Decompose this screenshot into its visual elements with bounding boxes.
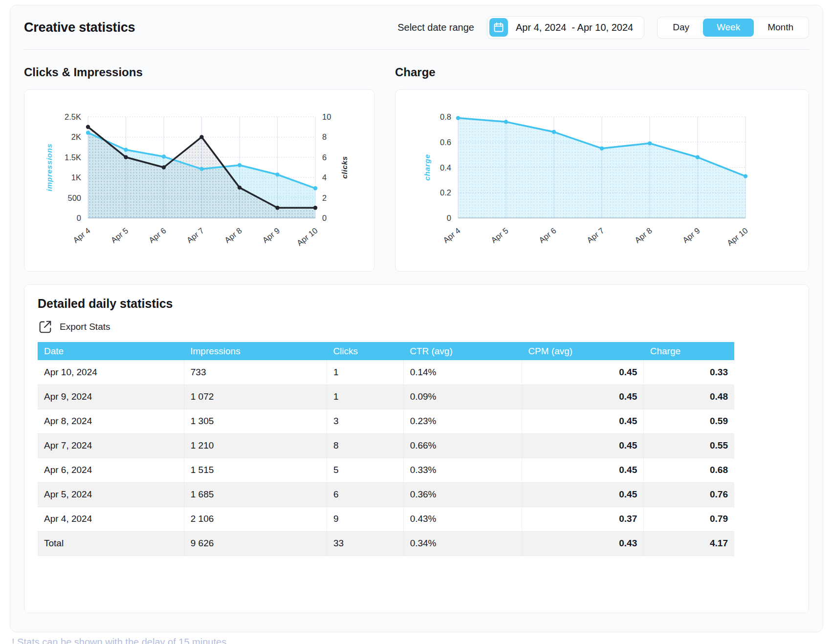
cell-ctr: 0.43% [403,507,522,531]
svg-text:Apr 7: Apr 7 [185,226,205,244]
cell-clicks: 3 [327,409,403,433]
svg-text:Apr 9: Apr 9 [681,226,702,244]
svg-text:Apr 5: Apr 5 [109,226,130,244]
charge-title: Charge [395,65,809,79]
cell-cpm: 0.45 [522,433,643,458]
svg-text:Apr 10: Apr 10 [725,226,749,247]
cell-impressions: 733 [184,360,327,385]
svg-text:0.4: 0.4 [440,163,451,172]
calendar-icon [493,21,505,33]
cell-charge: 0.76 [644,482,734,507]
granularity-toggle: Day Week Month [657,17,809,39]
export-icon [38,320,52,334]
cell-charge: 0.59 [644,409,734,433]
svg-text:charge: charge [423,154,431,180]
export-stats-button[interactable]: Export Stats [38,320,110,334]
cell-impressions: 1 210 [184,433,327,458]
stats-table-body: Apr 10, 202473310.14%0.450.33Apr 9, 2024… [38,360,734,556]
svg-text:impressions: impressions [45,144,53,192]
table-row: Apr 10, 202473310.14%0.450.33 [38,360,734,385]
cell-date: Apr 5, 2024 [38,482,184,507]
svg-text:Apr 7: Apr 7 [585,226,606,244]
cell-impressions: 1 515 [184,458,327,482]
cell-clicks: 1 [327,360,403,385]
svg-text:2: 2 [322,193,327,202]
cell-impressions: 2 106 [184,507,327,531]
cell-impressions: 9 626 [184,531,327,556]
cell-charge: 0.79 [644,507,734,531]
stats-delay-footnote: ! Stats can be shown with the delay of 1… [12,637,226,644]
svg-text:10: 10 [322,112,331,121]
cell-charge: 0.55 [644,433,734,458]
cell-date: Apr 4, 2024 [38,507,184,531]
cell-charge: 0.48 [644,385,734,409]
cell-charge: 0.33 [644,360,734,385]
svg-text:0.2: 0.2 [440,188,451,197]
page-title: Creative statistics [24,20,135,35]
date-range-picker[interactable]: Apr 4, 2024 - Apr 10, 2024 [487,16,644,39]
cell-cpm: 0.45 [522,360,643,385]
cell-ctr: 0.36% [403,482,522,507]
export-stats-label: Export Stats [60,322,110,332]
cell-ctr: 0.09% [403,385,522,409]
charts-row: Clicks & Impressions 2.5K2K1.5K1K5000108… [24,50,809,272]
cell-cpm: 0.37 [522,507,643,531]
svg-text:0: 0 [322,214,327,222]
cell-clicks: 5 [327,458,403,482]
charge-chart: 0.80.60.40.20Apr 4Apr 5Apr 6Apr 7Apr 8Ap… [395,90,809,271]
cell-impressions: 1 685 [184,482,327,507]
column-header-charge: Charge [644,342,734,360]
cell-cpm: 0.45 [522,458,643,482]
table-row: Apr 9, 20241 07210.09%0.450.48 [38,385,734,409]
svg-text:Apr 4: Apr 4 [441,226,462,244]
svg-text:4: 4 [322,173,327,182]
table-row: Apr 8, 20241 30530.23%0.450.59 [38,409,734,433]
detailed-statistics-card: Detailed daily statistics Export Stats [24,284,809,613]
range-tab-month[interactable]: Month [754,19,807,37]
cell-cpm: 0.45 [522,409,643,433]
dashboard-page: Creative statistics Select date range [0,0,834,644]
cell-ctr: 0.23% [403,409,522,433]
svg-text:1.5K: 1.5K [65,153,81,162]
svg-text:Apr 9: Apr 9 [261,226,281,244]
cell-ctr: 0.33% [403,458,522,482]
cell-date: Apr 6, 2024 [38,458,184,482]
charge-card: 0.80.60.40.20Apr 4Apr 5Apr 6Apr 7Apr 8Ap… [395,89,809,272]
svg-text:8: 8 [322,132,327,141]
column-header-ctr: CTR (avg) [403,342,522,360]
charge-section: Charge 0.80.60.40.20Apr 4Apr 5Apr 6Apr 7… [395,50,809,272]
range-tab-day[interactable]: Day [659,19,703,37]
column-header-cpm: CPM (avg) [522,342,643,360]
cell-ctr: 0.66% [403,433,522,458]
cell-date: Total [38,531,184,556]
svg-text:0.6: 0.6 [440,138,451,147]
cell-cpm: 0.43 [522,531,643,556]
cell-charge: 4.17 [644,531,734,556]
svg-text:Apr 6: Apr 6 [537,226,558,244]
range-tab-week[interactable]: Week [703,19,754,37]
cell-cpm: 0.45 [522,482,643,507]
svg-text:0: 0 [447,214,451,222]
svg-text:500: 500 [67,193,81,202]
cell-ctr: 0.34% [403,531,522,556]
clicks-impressions-title: Clicks & Impressions [24,65,374,79]
svg-text:Apr 5: Apr 5 [489,226,510,244]
header-controls: Select date range Apr 4, 2024 - Ap [397,16,809,39]
svg-text:Apr 8: Apr 8 [223,226,243,244]
clicks-impressions-section: Clicks & Impressions 2.5K2K1.5K1K5000108… [24,50,374,272]
table-total-row: Total9 626330.34%0.434.17 [38,531,734,556]
calendar-icon-button[interactable] [489,18,508,37]
date-range-value: Apr 4, 2024 - Apr 10, 2024 [516,22,642,33]
svg-text:clicks: clicks [340,156,349,179]
svg-text:Apr 6: Apr 6 [147,226,168,244]
column-header-clicks: Clicks [327,342,403,360]
table-row: Apr 5, 20241 68560.36%0.450.76 [38,482,734,507]
detailed-statistics-title: Detailed daily statistics [38,297,795,311]
page-header: Creative statistics Select date range [24,5,809,49]
svg-text:0.8: 0.8 [440,112,451,121]
table-row: Apr 6, 20241 51550.33%0.450.68 [38,458,734,482]
cell-impressions: 1 072 [184,385,327,409]
cell-date: Apr 10, 2024 [38,360,184,385]
svg-text:Apr 10: Apr 10 [295,226,319,247]
clicks-impressions-chart: 2.5K2K1.5K1K50001086420Apr 4Apr 5Apr 6Ap… [24,90,374,271]
